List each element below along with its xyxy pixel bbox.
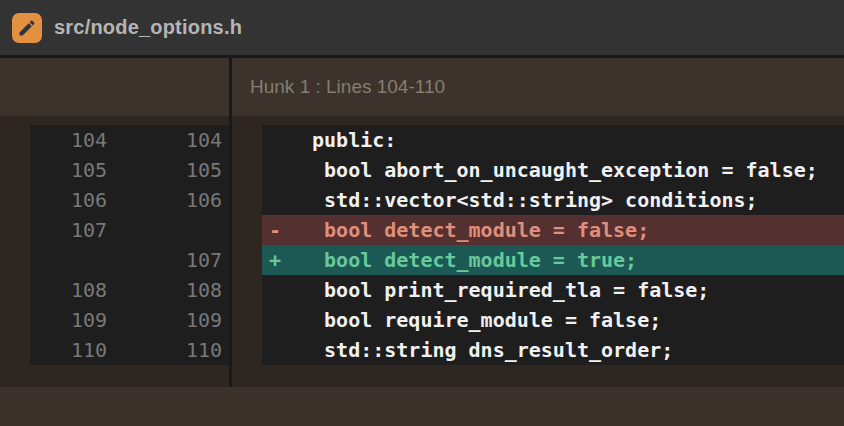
old-line-number: 105 bbox=[30, 158, 107, 182]
code-text: bool detect_module = false; bbox=[300, 218, 649, 242]
file-path-title: src/node_options.h bbox=[54, 16, 242, 39]
new-line-number: 105 bbox=[107, 158, 222, 182]
old-line-number: 106 bbox=[30, 188, 107, 212]
gutter-code-divider bbox=[229, 58, 232, 387]
code-text: std::string dns_result_order; bbox=[300, 338, 673, 362]
old-line-number: 107 bbox=[30, 218, 107, 242]
gutter-row: 106 106 bbox=[30, 185, 229, 215]
code-panel: public: bool abort_on_uncaught_exception… bbox=[262, 125, 844, 365]
new-line-number: 104 bbox=[107, 128, 222, 152]
old-line-number: 104 bbox=[30, 128, 107, 152]
gutter-row: 109 109 bbox=[30, 305, 229, 335]
code-text: bool require_module = false; bbox=[300, 308, 661, 332]
deletion-marker: - bbox=[262, 218, 300, 242]
addition-marker: + bbox=[262, 248, 300, 272]
new-line-number: 106 bbox=[107, 188, 222, 212]
new-line-number: 110 bbox=[107, 338, 222, 362]
line-numbers-panel: 104 104 105 105 106 106 107 107 108 108 … bbox=[30, 125, 229, 365]
old-line-number: 110 bbox=[30, 338, 107, 362]
new-line-number: 107 bbox=[107, 248, 222, 272]
lower-background-band bbox=[0, 387, 844, 426]
gutter-row: 110 110 bbox=[30, 335, 229, 365]
hunk-header[interactable]: Hunk 1 : Lines 104-110 bbox=[0, 58, 844, 116]
gutter-row: 105 105 bbox=[30, 155, 229, 185]
pencil-icon bbox=[17, 18, 37, 38]
diff-line-added[interactable]: + bool detect_module = true; bbox=[262, 245, 844, 275]
new-line-number: 109 bbox=[107, 308, 222, 332]
diff-line-context[interactable]: bool print_required_tla = false; bbox=[262, 275, 844, 305]
code-text: bool abort_on_uncaught_exception = false… bbox=[300, 158, 818, 182]
diff-line-deleted[interactable]: - bool detect_module = false; bbox=[262, 215, 844, 245]
diff-line-context[interactable]: bool abort_on_uncaught_exception = false… bbox=[262, 155, 844, 185]
gutter-row: 107 bbox=[30, 215, 229, 245]
code-text: bool detect_module = true; bbox=[300, 248, 637, 272]
old-line-number: 108 bbox=[30, 278, 107, 302]
new-line-number: 108 bbox=[107, 278, 222, 302]
diff-line-context[interactable]: std::vector<std::string> conditions; bbox=[262, 185, 844, 215]
hunk-header-label: Hunk 1 : Lines 104-110 bbox=[250, 58, 445, 116]
code-text: std::vector<std::string> conditions; bbox=[300, 188, 758, 212]
modified-file-badge bbox=[12, 13, 42, 43]
old-line-number: 109 bbox=[30, 308, 107, 332]
diff-viewer-window: src/node_options.h Hunk 1 : Lines 104-11… bbox=[0, 0, 844, 426]
diff-line-context[interactable]: public: bbox=[262, 125, 844, 155]
code-text: bool print_required_tla = false; bbox=[300, 278, 709, 302]
diff-line-context[interactable]: bool require_module = false; bbox=[262, 305, 844, 335]
file-header[interactable]: src/node_options.h bbox=[0, 0, 844, 55]
gutter-row: 104 104 bbox=[30, 125, 229, 155]
gutter-row: 108 108 bbox=[30, 275, 229, 305]
gutter-row: 107 bbox=[30, 245, 229, 275]
diff-line-context[interactable]: std::string dns_result_order; bbox=[262, 335, 844, 365]
code-text: public: bbox=[300, 128, 396, 152]
